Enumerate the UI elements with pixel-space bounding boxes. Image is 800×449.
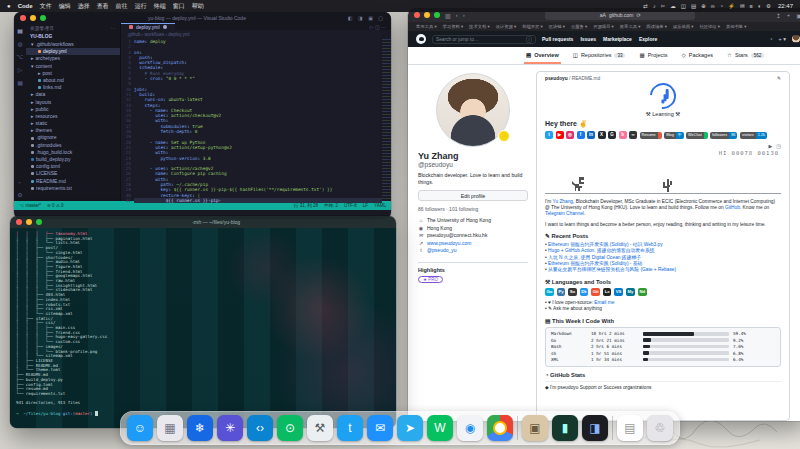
menu-item-前往[interactable]: 前往 [116,2,128,11]
followers-line[interactable]: 86 followers · 101 following [418,206,528,212]
badge-followers[interactable]: followers86 [710,132,737,139]
tab-deploy-yml[interactable]: deploy.yml [121,23,175,30]
dock-stats-app[interactable]: ✳ [217,415,243,441]
twitter-icon[interactable]: t [545,131,553,139]
status-item-right-4[interactable]: YAML [374,203,386,208]
dock-safari[interactable]: ◉ [457,415,483,441]
nav-link-issues[interactable]: Issues [580,36,596,42]
modified-dot-icon[interactable] [163,25,167,29]
post-link-4[interactable]: 从量化交易平台聊聊区块链投资机会与风险 (Gate + Rebase) [545,267,781,273]
file-item-resources[interactable]: ▸resources [26,113,120,120]
file-item-requirements.txt[interactable]: requirements.txt [26,185,120,192]
dock-finder[interactable]: ☺ [127,415,153,441]
status-item-left-0[interactable]: ⌥ master* [19,203,41,208]
nav-link-pull-requests[interactable]: Pull requests [542,36,573,42]
file-item-LICENSE[interactable]: LICENSE [26,170,120,177]
inline-link[interactable]: Telegram Channel [545,211,584,216]
tab-repositories[interactable]: ◫Repositories33 [571,48,628,64]
breadcrumb[interactable]: .github › workflows › deploy.yml [121,30,391,39]
dock-twitter[interactable]: t [337,415,363,441]
profile-detail-3[interactable]: ↗www.pseudoyu.com [418,240,528,248]
vscode-traffic-lights[interactable] [20,15,46,21]
sidebar-icon[interactable]: ▥ [445,12,451,19]
menu-clock[interactable]: 22:47 [778,3,793,9]
file-item-deploy.yml[interactable]: deploy.yml [26,48,120,55]
menu-item-文件[interactable]: 文件 [40,2,52,11]
bookmark-item-12[interactable]: 其他书签 ▾ [726,24,747,29]
active-app-name[interactable]: Code [18,3,33,9]
file-item-archetypes[interactable]: ▸archetypes [26,55,120,62]
header-avatar[interactable] [792,35,800,43]
menu-status-icon-13[interactable]: ⚙ [766,3,771,9]
instagram-icon[interactable]: ◎ [566,131,574,139]
menu-status-icon-4[interactable]: ◫ [681,3,686,9]
status-emoji-badge[interactable]: ⚡ [498,130,510,142]
terminal-titlebar[interactable]: -zsh — ~/files/yu-blog [10,216,396,228]
dino-game[interactable]: HI 00078 00130 [545,150,781,194]
dock-document[interactable]: ▤ [617,415,643,441]
extensions-icon[interactable]: ▦ [17,79,23,86]
dock-snowflake[interactable]: ❄ [187,415,213,441]
menu-status-icon-5[interactable]: ▤ [691,3,696,9]
menu-status-icon-8[interactable]: ◔ [720,3,723,9]
terminal-traffic-lights[interactable] [16,219,42,225]
dock-mail[interactable]: ✉ [367,415,393,441]
code-editor[interactable]: 1234567891011121314151617181920212223242… [121,39,391,203]
apple-menu-icon[interactable]: ● [7,3,11,9]
tab-projects[interactable]: ▦Projects [637,48,669,64]
file-item-.github-workflows[interactable]: ▾.github/workflows [26,41,120,48]
github-search-input[interactable]: Search or jump to… / [432,35,536,44]
file-item-data[interactable]: ▸data [26,91,120,98]
minimap[interactable] [382,39,391,203]
dock-wechat[interactable]: W [427,415,453,441]
explorer-more-icon[interactable]: ··· [111,26,116,31]
code-lines[interactable]: name: deployon: push: workflow_dispatch:… [134,39,382,203]
menu-item-窗口[interactable]: 窗口 [173,2,185,11]
bookmark-item-3[interactable]: 设计资源 ▾ [496,24,517,29]
dock-chrome[interactable] [487,415,513,441]
file-item-.hugo_build.lock[interactable]: .hugo_build.lock [26,149,120,156]
nav-link-explore[interactable]: Explore [639,36,657,42]
bookmark-item-11[interactable]: 社区论坛 ▾ [699,24,720,29]
bookmark-item-1[interactable]: 学习资料 ▾ [443,24,464,29]
badge-resume[interactable]: Resume [640,132,662,139]
menu-status-icon-10[interactable]: ✉ [740,3,745,9]
bookmark-item-5[interactable]: 区块链 ▾ [549,24,565,29]
menu-item-帮助[interactable]: 帮助 [192,2,204,11]
file-item-content[interactable]: ▾content [26,63,120,70]
bookmark-item-2[interactable]: 技术文档 ▾ [469,24,490,29]
file-item-about.md[interactable]: about.md [26,77,120,84]
tab-packages[interactable]: ◇Packages [680,48,715,64]
profile-avatar[interactable]: ⚡ [436,73,510,147]
badge-blog[interactable]: Blog中 [664,132,683,139]
back-icon[interactable]: ‹ [456,12,458,18]
bookmark-item-6[interactable]: 云服务 ▾ [571,24,587,29]
bookmark-item-4[interactable]: 前端开发 ▾ [522,24,543,29]
menu-status-icon-12[interactable]: ◐ [758,3,761,9]
file-item-themes[interactable]: ▸themes [26,127,120,134]
tabs-overview-icon[interactable]: ▣ [796,12,800,19]
browser-traffic-lights[interactable] [414,12,440,18]
menu-status-icon-1[interactable]: ♪ [653,3,656,9]
file-item-config.toml[interactable]: config.toml [26,163,120,170]
bookmark-item-10[interactable]: 娱乐休闲 ▾ [673,24,694,29]
file-item-build_deploy.py[interactable]: build_deploy.py [26,156,120,163]
x-icon[interactable]: X [598,131,606,139]
bookmark-item-9[interactable]: 阅读清单 ▾ [646,24,667,29]
create-new-icon[interactable]: + ▾ [778,36,786,42]
file-item-public[interactable]: ▸public [26,106,120,113]
inline-link[interactable]: GitHub [725,205,740,210]
edit-readme-pencil-icon[interactable]: ✎ [777,76,781,81]
vscode-layout-icons[interactable]: ◧ ◨ ▣ ▢ [348,15,385,21]
menu-status-icon-9[interactable]: ⚡ [728,3,735,9]
forward-icon[interactable]: › [463,12,465,18]
badge-wechat[interactable]: WeChat [686,132,708,139]
explorer-icon[interactable]: ▤ [17,27,23,34]
facebook-icon[interactable]: f [577,131,585,139]
readme-owner[interactable]: pseudoyu [545,76,568,81]
debug-icon[interactable]: ▷ [18,66,23,73]
github-icon[interactable]: G [608,131,616,139]
badge-visitors[interactable]: visitors1.2k [740,132,767,139]
edit-profile-button[interactable]: Edit profile [418,190,528,201]
status-item-right-0[interactable]: 行 31, 列 28 [294,203,318,208]
